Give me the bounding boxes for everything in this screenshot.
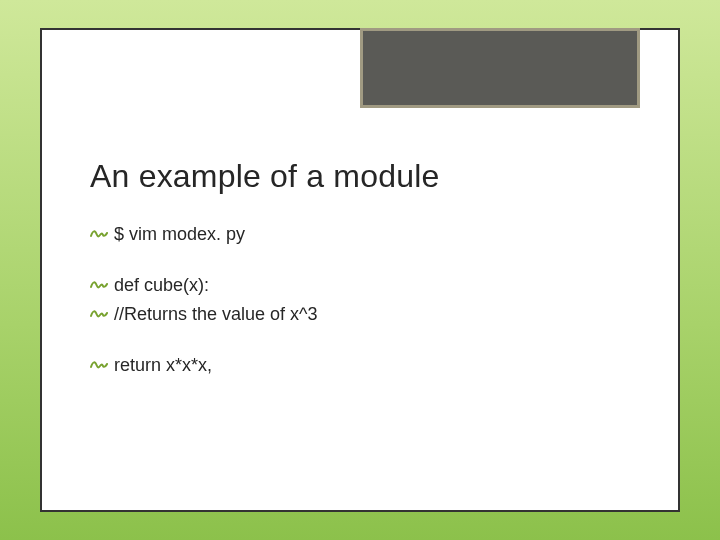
squiggle-bullet-icon (90, 278, 108, 292)
bullet-list: $ vim modex. py def cube(x): (90, 221, 630, 379)
blank-line (90, 250, 630, 272)
bullet-text: return x*x*x, (114, 355, 212, 375)
blank-line (90, 330, 630, 352)
squiggle-bullet-icon (90, 307, 108, 321)
bullet-text: def cube(x): (114, 275, 209, 295)
slide-background: An example of a module $ vim modex. py (0, 0, 720, 540)
squiggle-bullet-icon (90, 227, 108, 241)
bullet-text: $ vim modex. py (114, 224, 245, 244)
bullet-item: return x*x*x, (90, 352, 630, 379)
squiggle-bullet-icon (90, 358, 108, 372)
bullet-item: $ vim modex. py (90, 221, 630, 248)
bullet-item: def cube(x): (90, 272, 630, 299)
slide-title: An example of a module (90, 158, 630, 195)
bullet-text: //Returns the value of x^3 (114, 304, 318, 324)
slide-card: An example of a module $ vim modex. py (40, 28, 680, 512)
bullet-item: //Returns the value of x^3 (90, 301, 630, 328)
slide-content: An example of a module $ vim modex. py (90, 158, 630, 381)
title-accent-box (360, 28, 640, 108)
